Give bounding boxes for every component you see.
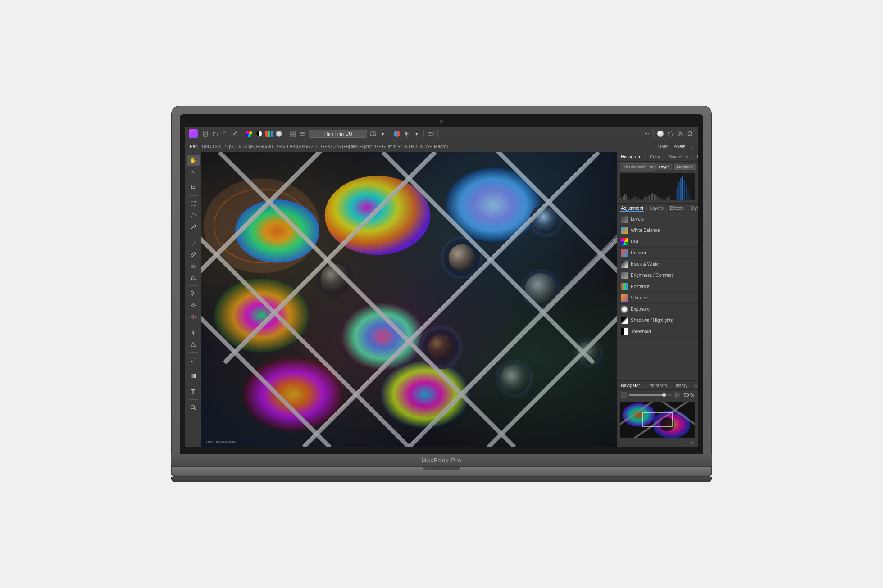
adjustment-item-hsl[interactable]: HSL: [617, 236, 698, 248]
color-wheel-icon[interactable]: [245, 130, 253, 138]
svg-rect-110: [660, 198, 661, 200]
nav-tab-channels[interactable]: Channels: [693, 383, 698, 389]
black-white-label: Black & White: [631, 262, 659, 267]
svg-rect-114: [666, 198, 667, 200]
settings-icon[interactable]: [676, 130, 684, 138]
adj-tab-layers[interactable]: Layers: [649, 205, 665, 211]
toolbar-separator-4: [423, 130, 424, 137]
btn-marquee[interactable]: Marquee: [674, 164, 696, 170]
zoom-slider-fill: [629, 394, 663, 396]
tab-swatches[interactable]: Swatches: [668, 154, 689, 160]
zoom-out-btn[interactable]: −: [621, 392, 627, 398]
tab-color[interactable]: Color: [649, 154, 661, 160]
view-options-icon[interactable]: [369, 130, 377, 138]
tool-red-eye[interactable]: [187, 312, 200, 322]
ruler-icon[interactable]: [427, 130, 435, 138]
adjustment-item-brightness-contrast[interactable]: Brightness / Contrast: [617, 270, 698, 281]
black-white-circle-icon[interactable]: [255, 130, 263, 138]
white-balance-label: White Balance: [631, 228, 660, 233]
svg-rect-84: [620, 198, 621, 200]
undo-icon[interactable]: [221, 130, 229, 138]
sync-icon[interactable]: [666, 130, 674, 138]
adj-tab-styles[interactable]: Styles: [689, 205, 698, 211]
tab-histogram[interactable]: Histogram: [620, 154, 642, 160]
tool-dodge[interactable]: [187, 327, 200, 338]
adjustment-item-posterize[interactable]: Posterize: [617, 281, 698, 293]
tool-magic-wand[interactable]: [187, 222, 200, 232]
user-icon[interactable]: [686, 130, 694, 138]
adjustment-item-shadows-highlights[interactable]: Shadows / Highlights: [617, 315, 698, 326]
tool-zoom[interactable]: [187, 402, 200, 413]
toolbar: Thin Film CU ▾: [185, 127, 698, 141]
red-blue-icon[interactable]: [393, 130, 401, 138]
tool-clone-stamp[interactable]: [187, 288, 200, 299]
nav-tab-navigator[interactable]: Navigator: [620, 383, 641, 389]
grid-view-icon[interactable]: [289, 130, 297, 138]
tool-text[interactable]: T: [187, 386, 200, 397]
theme-icon[interactable]: [656, 130, 665, 138]
svg-rect-40: [190, 374, 196, 378]
svg-rect-15: [370, 132, 376, 136]
infobar-more-icon[interactable]: ⋮: [689, 144, 693, 149]
arrange-icon[interactable]: ▾: [379, 130, 387, 138]
navigator-preview[interactable]: [620, 402, 695, 438]
color-mode-icon[interactable]: [265, 130, 273, 138]
macbook-label-area: MacBook Pro: [171, 454, 712, 467]
open-icon[interactable]: [211, 130, 219, 138]
histogram-section: Histogram | Color | Swatches | Brushes ⋮…: [617, 152, 698, 204]
share-icon[interactable]: [231, 130, 239, 138]
tool-select[interactable]: ↖: [187, 167, 200, 177]
pointer-icon[interactable]: [403, 130, 411, 138]
zoom-in-btn[interactable]: +: [674, 392, 680, 398]
adj-tab-effects[interactable]: Effects: [669, 205, 684, 211]
extra-icon-1[interactable]: ▾: [413, 130, 421, 138]
navigator-viewport-box: [642, 412, 673, 427]
tool-hand[interactable]: ✋: [187, 155, 200, 166]
svg-rect-113: [665, 198, 665, 200]
tool-marquee-lasso[interactable]: [187, 210, 200, 221]
tool-eyedropper[interactable]: [187, 355, 200, 366]
tool-pencil[interactable]: [187, 249, 200, 260]
pan-mode-label: Pan: [190, 144, 198, 149]
svg-line-6: [234, 132, 236, 133]
svg-rect-119: [680, 178, 682, 200]
adjustment-item-white-balance[interactable]: White Balance: [617, 225, 698, 236]
tool-fill[interactable]: [187, 272, 200, 283]
tool-crop[interactable]: [187, 182, 200, 193]
adjustment-item-threshold[interactable]: Threshold: [617, 326, 698, 338]
nav-tab-transform[interactable]: Transform: [646, 383, 668, 389]
svg-rect-101: [646, 197, 647, 200]
adjustment-item-levels[interactable]: Levels: [617, 214, 698, 225]
zoom-slider[interactable]: [629, 394, 672, 396]
tab-brushes[interactable]: Brushes: [696, 154, 698, 160]
more-options-icon[interactable]: ⋯: [642, 130, 651, 138]
btn-layer[interactable]: Layer: [655, 164, 672, 170]
circle-toggle-icon[interactable]: [275, 130, 283, 138]
tool-paint-brush[interactable]: [187, 237, 200, 248]
adjustment-item-vibrance[interactable]: Vibrance: [617, 293, 698, 304]
svg-point-22: [689, 131, 692, 134]
svg-point-3: [236, 131, 237, 133]
tool-heal[interactable]: [187, 300, 200, 311]
nav-more-icon[interactable]: ⋮: [683, 440, 687, 445]
nav-tab-history[interactable]: History: [673, 383, 688, 389]
list-view-icon[interactable]: [299, 130, 307, 138]
canvas-area[interactable]: Drag to pan view.: [201, 152, 617, 447]
screen: Thin Film CU ▾: [185, 127, 698, 447]
channels-select[interactable]: All Channels: [620, 163, 655, 171]
svg-rect-93: [634, 196, 635, 200]
document-title-field[interactable]: Thin Film CU: [309, 130, 367, 138]
tool-gradient[interactable]: [187, 371, 200, 381]
svg-rect-111: [661, 198, 662, 200]
adjustment-item-recolor[interactable]: Recolor: [617, 248, 698, 259]
app-logo-icon: [189, 129, 198, 138]
svg-rect-95: [637, 198, 638, 200]
adjustment-item-exposure[interactable]: Exposure: [617, 304, 698, 315]
adj-tab-adjustment[interactable]: Adjustment: [620, 205, 644, 212]
new-doc-icon[interactable]: [201, 130, 209, 138]
nav-settings-icon[interactable]: ⚙: [690, 440, 694, 445]
tool-marquee-rect[interactable]: [187, 198, 200, 209]
tool-sharpen[interactable]: [187, 339, 200, 350]
adjustment-item-black-white[interactable]: Black & White: [617, 259, 698, 270]
tool-eraser[interactable]: [187, 261, 200, 271]
